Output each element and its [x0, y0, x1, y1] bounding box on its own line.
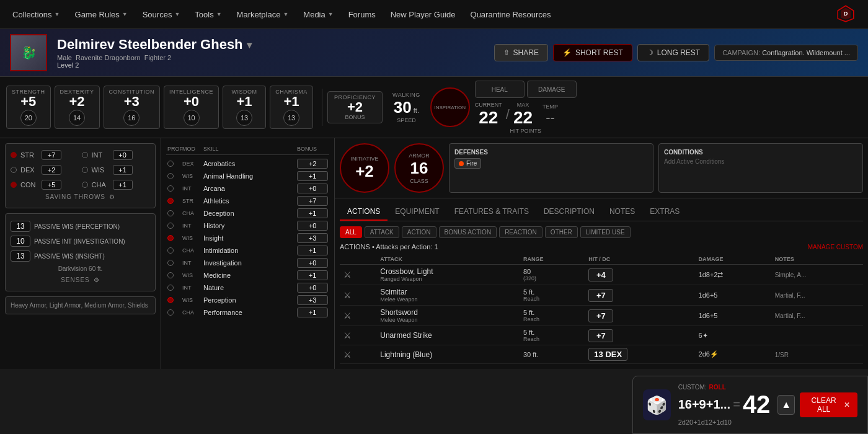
name-dropdown-icon[interactable]: ▾ — [247, 39, 252, 51]
attack-table-header: ATTACK RANGE HIT / DC DAMAGE NOTES — [340, 254, 863, 265]
senses-settings-icon[interactable]: ⚙ — [94, 277, 100, 283]
nav-forums[interactable]: Forums — [348, 10, 376, 19]
tab-extras[interactable]: EXTRAS — [642, 203, 687, 221]
saving-throws-settings-icon[interactable]: ⚙ — [109, 193, 115, 200]
save-int[interactable]: INT +0 — [82, 149, 151, 161]
attack-row[interactable]: ⚔ Lightning (Blue) 30 ft. 13 DEX 2d6⚡ 1/… — [340, 345, 863, 364]
skill-row[interactable]: CHA Performance +1 — [166, 306, 329, 319]
skill-row[interactable]: WIS Insight +3 — [166, 232, 329, 244]
stat-constitution[interactable]: CONSTITUTION +3 16 — [104, 86, 161, 129]
share-button[interactable]: ⇧ SHARE — [494, 44, 548, 61]
stat-charisma[interactable]: CHARISMA +1 13 — [270, 86, 313, 129]
hp-section: HEAL DAMAGE CURRENT 22 / MAX 22 TEMP -- … — [475, 81, 577, 134]
tab-description[interactable]: DESCRIPTION — [536, 203, 602, 221]
weapon-icon: ⚔ — [340, 306, 376, 326]
action-tabs: ACTIONS EQUIPMENT FEATURES & TRAITS DESC… — [340, 203, 863, 221]
stat-intelligence[interactable]: INTELLIGENCE +0 10 — [164, 86, 219, 129]
nav-media[interactable]: Media ▼ — [303, 10, 333, 19]
stat-dexterity[interactable]: DEXTERITY +2 14 — [55, 86, 100, 129]
save-con[interactable]: CON +5 — [11, 179, 79, 191]
weapon-hit: 13 DEX — [588, 348, 627, 361]
character-avatar[interactable]: 🐉 — [10, 34, 47, 71]
save-wis[interactable]: WIS +1 — [82, 164, 151, 176]
type-limited-use[interactable]: LIMITED USE — [580, 226, 631, 238]
attack-row[interactable]: ⚔ Scimitar Melee Weapon 5 ft. Reach +7 1… — [340, 285, 863, 306]
type-other[interactable]: OTHER — [545, 226, 578, 238]
skill-row[interactable]: INT History +0 — [166, 219, 329, 232]
skill-row[interactable]: WIS Perception +3 — [166, 294, 329, 306]
top-navigation: Collections ▼ Game Rules ▼ Sources ▼ Too… — [0, 0, 868, 29]
type-all[interactable]: ALL — [340, 226, 362, 238]
tab-notes[interactable]: NOTES — [602, 203, 642, 221]
nav-tools[interactable]: Tools ▼ — [195, 10, 221, 19]
combat-panel: INITIATIVE +2 ARMOR 16 CLASS DEFENSES Fi… — [335, 138, 868, 369]
fire-icon — [459, 161, 464, 166]
left-panel: STR +7 INT +0 DEX +2 WIS +1 — [0, 138, 161, 369]
weapon-icon: ⚔ — [340, 285, 376, 306]
weapon-range: 80 — [523, 268, 581, 275]
skill-row[interactable]: INT Nature +0 — [166, 281, 329, 294]
skill-row[interactable]: WIS Medicine +1 — [166, 269, 329, 281]
nav-marketplace[interactable]: Marketplace ▼ — [237, 10, 289, 19]
attack-row[interactable]: ⚔ Shortsword Melee Weapon 5 ft. Reach +7… — [340, 306, 863, 326]
stat-wisdom[interactable]: WISDOM +1 13 — [223, 86, 266, 129]
site-logo[interactable]: D — [836, 4, 856, 25]
save-str[interactable]: STR +7 — [11, 149, 79, 161]
weapon-range-note: Reach — [523, 336, 581, 342]
nav-collections[interactable]: Collections ▼ — [12, 10, 60, 19]
inspiration[interactable]: INSPIRATION — [430, 87, 470, 127]
nav-new-player-guide[interactable]: New Player Guide — [391, 10, 456, 19]
skill-row[interactable]: STR Athletics +7 — [166, 195, 329, 207]
defenses-block: DEFENSES Fire — [449, 143, 653, 193]
skill-row[interactable]: CHA Intimidation +1 — [166, 244, 329, 257]
skill-attr: WIS — [182, 235, 201, 241]
stat-strength[interactable]: STRENGTH +5 20 — [6, 86, 51, 129]
attack-row[interactable]: ⚔ Crossbow, Light Ranged Weapon 80 (320)… — [340, 265, 863, 285]
close-icon: ✕ — [844, 401, 850, 409]
initiative-block[interactable]: INITIATIVE +2 — [340, 143, 389, 193]
damage-button[interactable]: DAMAGE — [527, 81, 577, 98]
weapon-damage: 6✦ — [699, 332, 708, 339]
roll-scroll-up-button[interactable]: ▲ — [777, 395, 795, 415]
nav-quarantine[interactable]: Quarantine Resources — [471, 10, 551, 19]
skill-row[interactable]: DEX Acrobatics +2 — [166, 157, 329, 170]
skill-row[interactable]: CHA Deception +1 — [166, 207, 329, 219]
weapon-name: Shortsword — [380, 308, 516, 317]
save-dex[interactable]: DEX +2 — [11, 164, 79, 176]
type-bonus-action[interactable]: BONUS ACTION — [439, 226, 497, 238]
weapon-type: Melee Weapon — [380, 317, 516, 323]
type-reaction[interactable]: REACTION — [499, 226, 542, 238]
svg-text:D: D — [844, 10, 848, 17]
weapon-type: Melee Weapon — [380, 296, 516, 303]
skill-bonus: +0 — [297, 258, 328, 268]
manage-custom-button[interactable]: MANAGE CUSTOM — [808, 244, 863, 250]
short-rest-button[interactable]: ⚡ SHORT REST — [553, 44, 632, 61]
tab-features[interactable]: FEATURES & TRAITS — [447, 203, 536, 221]
skill-row[interactable]: INT Arcana +0 — [166, 182, 329, 195]
type-attack[interactable]: ATTACK — [365, 226, 399, 238]
skill-bonus: +7 — [297, 196, 328, 206]
character-header: 🐉 Delmirev Steelbender Ghesh ▾ Male Rave… — [0, 29, 868, 77]
skill-proficiency-dot — [167, 285, 174, 291]
nav-game-rules[interactable]: Game Rules ▼ — [75, 10, 128, 19]
nav-sources[interactable]: Sources ▼ — [143, 10, 180, 19]
skill-bonus: +2 — [297, 159, 328, 169]
weapon-range: 30 ft. — [523, 351, 581, 358]
skill-bonus: +0 — [297, 221, 328, 231]
heal-button[interactable]: HEAL — [475, 81, 525, 98]
campaign-badge[interactable]: CAMPAIGN: Conflagration. Wildemount ... — [714, 45, 858, 61]
roll-dice-icon: 🎲 — [643, 389, 671, 420]
save-dot-cha — [82, 182, 88, 188]
type-action[interactable]: ACTION — [402, 226, 436, 238]
weapon-range: 5 ft. — [523, 288, 581, 296]
skill-row[interactable]: WIS Animal Handling +1 — [166, 170, 329, 182]
tab-equipment[interactable]: EQUIPMENT — [388, 203, 446, 221]
clear-all-button[interactable]: CLEAR ALL ✕ — [800, 392, 857, 417]
save-cha[interactable]: CHA +1 — [82, 179, 151, 191]
tab-actions[interactable]: ACTIONS — [340, 203, 388, 221]
weapon-damage: 1d6+5 — [699, 291, 718, 299]
long-rest-button[interactable]: ☽ LONG REST — [637, 44, 709, 61]
skill-row[interactable]: INT Investigation +0 — [166, 257, 329, 269]
attack-row[interactable]: ⚔ Unarmed Strike 5 ft. Reach +7 6✦ — [340, 326, 863, 345]
weapon-damage: 2d6⚡ — [699, 350, 719, 358]
